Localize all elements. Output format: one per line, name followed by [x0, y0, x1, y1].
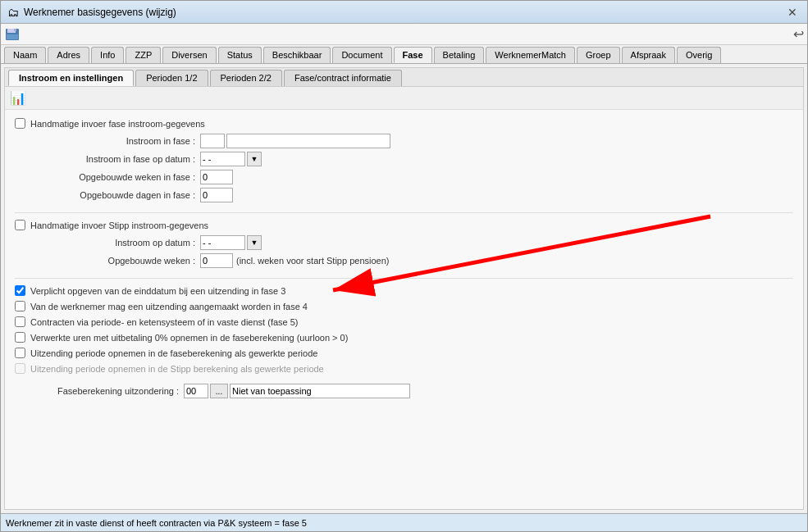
instroom-stipp-input[interactable]: [200, 235, 245, 250]
instroom-in-fase-input1[interactable]: [200, 134, 225, 148]
checkbox-verplicht-row: Verplicht opgeven van de einddatum bij e…: [15, 285, 793, 296]
instroom-fase-datum-input[interactable]: [200, 152, 245, 166]
checkbox-uurloon-label: Verwerkte uren met uitbetaling 0% opneme…: [30, 333, 348, 343]
instroom-fase-datum-field: ▼: [200, 152, 262, 166]
checkbox-fase5-row: Contracten via periode- en ketensysteem …: [15, 316, 793, 327]
svg-rect-2: [14, 29, 16, 31]
window-title: Werknemer basisgegevens (wijzig): [24, 7, 176, 18]
checkbox-stipp-label: Handmatige invoer Stipp instroom-gegeven…: [30, 221, 208, 230]
checkbox-stipp-periode-label: Uitzending periode opnemen in de Stipp b…: [30, 364, 324, 374]
panel-toolbar-icon: 📊: [10, 91, 26, 105]
checkbox-periode[interactable]: [15, 348, 25, 358]
tab-naam[interactable]: Naam: [4, 47, 46, 63]
instroom-stipp-label: Instroom op datum :: [31, 238, 195, 248]
tab-status[interactable]: Status: [218, 47, 262, 63]
opgebouwde-dagen-fase-label: Opgebouwde dagen in fase :: [31, 190, 195, 200]
instroom-in-fase-input2[interactable]: [226, 134, 390, 148]
instroom-in-fase-row: Instroom in fase :: [15, 134, 793, 148]
opgebouwde-weken-fase-label: Opgebouwde weken in fase :: [31, 172, 195, 182]
instroom-fase-datum-row: Instroom in fase op datum : ▼: [15, 152, 793, 166]
faseberekening-label: Faseberekening uitzondering :: [31, 386, 179, 396]
instroom-fase-datum-btn[interactable]: ▼: [247, 152, 262, 166]
opgebouwde-weken-fase-input[interactable]: [200, 170, 233, 184]
checkbox-periode-row: Uitzending periode opnemen in de faseber…: [15, 348, 793, 358]
fase-section: Handmatige invoer fase instroom-gegevens…: [15, 118, 793, 202]
opgebouwde-weken-stipp-label: Opgebouwde weken :: [31, 256, 195, 266]
opgebouwde-dagen-fase-input[interactable]: [200, 188, 233, 202]
sub-tabs: Instroom en instellingen Perioden 1/2 Pe…: [5, 68, 803, 87]
faseberekening-dots-button[interactable]: ...: [210, 384, 228, 398]
opgebouwde-weken-stipp-suffix: (incl. weken voor start Stipp pensioen): [236, 256, 389, 266]
opgebouwde-weken-stipp-input[interactable]: [200, 253, 233, 268]
status-text: Werknemer zit in vaste dienst of heeft c…: [6, 518, 307, 528]
checkbox-fase-row: Handmatige invoer fase instroom-gegevens: [15, 118, 793, 129]
instroom-fase-datum-label: Instroom in fase op datum :: [31, 154, 195, 164]
close-button[interactable]: ✕: [784, 4, 801, 20]
checkbox-stipp[interactable]: [15, 220, 25, 230]
tab-info[interactable]: Info: [91, 47, 124, 63]
checkbox-verplicht[interactable]: [15, 285, 25, 296]
tab-diversen[interactable]: Diversen: [162, 47, 216, 63]
tab-beschikbaar[interactable]: Beschikbaar: [263, 47, 331, 63]
faseberekening-code-input[interactable]: [184, 384, 208, 398]
checkbox-verplicht-label: Verplicht opgeven van de einddatum bij e…: [30, 286, 285, 296]
title-bar-right: ✕: [784, 4, 801, 20]
checkbox-fase5[interactable]: [15, 316, 25, 327]
tab-afspraak[interactable]: Afspraak: [622, 47, 675, 63]
tab-zzp[interactable]: ZZP: [126, 47, 161, 63]
tab-overig[interactable]: Overig: [677, 47, 721, 63]
checkbox-fase4[interactable]: [15, 301, 25, 311]
tab-groep[interactable]: Groep: [577, 47, 620, 63]
faseberekening-row: Faseberekening uitzondering : ...: [15, 384, 793, 398]
instroom-in-fase-label: Instroom in fase :: [31, 136, 195, 146]
tab-document[interactable]: Document: [332, 47, 391, 63]
checkboxes-section: Verplicht opgeven van de einddatum bij e…: [15, 285, 793, 374]
panel-content: Handmatige invoer fase instroom-gegevens…: [5, 110, 803, 509]
subtab-fasecontract[interactable]: Fase/contract informatie: [284, 70, 402, 86]
checkbox-fase4-row: Van de werknemer mag een uitzending aang…: [15, 301, 793, 311]
status-bar: Werknemer zit in vaste dienst of heeft c…: [1, 513, 807, 531]
subtab-perioden2[interactable]: Perioden 2/2: [210, 70, 282, 86]
instroom-stipp-field: ▼: [200, 235, 262, 250]
subtab-instroom[interactable]: Instroom en instellingen: [8, 70, 134, 86]
main-tabs: Naam Adres Info ZZP Diversen Status Besc…: [1, 45, 807, 64]
tab-werknemermatch[interactable]: WerknemerMatch: [486, 47, 575, 63]
opgebouwde-dagen-fase-row: Opgebouwde dagen in fase :: [15, 188, 793, 202]
toolbar: ↩: [1, 24, 807, 45]
save-toolbar-icon[interactable]: [4, 26, 21, 43]
checkbox-fase[interactable]: [15, 118, 25, 129]
checkbox-stipp-periode: [15, 363, 25, 374]
tab-fase[interactable]: Fase: [394, 47, 432, 63]
main-panel: Instroom en instellingen Perioden 1/2 Pe…: [4, 67, 804, 510]
main-window: 🗂 Werknemer basisgegevens (wijzig) ✕ ↩ N…: [0, 0, 808, 532]
checkbox-periode-label: Uitzending periode opnemen in de faseber…: [30, 348, 317, 358]
title-bar: 🗂 Werknemer basisgegevens (wijzig) ✕: [1, 1, 807, 24]
subtab-perioden1[interactable]: Perioden 1/2: [135, 70, 208, 86]
stipp-section: Handmatige invoer Stipp instroom-gegeven…: [15, 220, 793, 268]
opgebouwde-weken-stipp-row: Opgebouwde weken : (incl. weken voor sta…: [15, 253, 793, 268]
instroom-stipp-row: Instroom op datum : ▼: [15, 235, 793, 250]
checkbox-stipp-row: Handmatige invoer Stipp instroom-gegeven…: [15, 220, 793, 230]
tab-betaling[interactable]: Betaling: [434, 47, 485, 63]
faseberekening-description-input[interactable]: [230, 384, 410, 398]
checkbox-uurloon-row: Verwerkte uren met uitbetaling 0% opneme…: [15, 332, 793, 343]
title-bar-left: 🗂 Werknemer basisgegevens (wijzig): [7, 6, 176, 19]
instroom-stipp-btn[interactable]: ▼: [247, 235, 262, 250]
svg-rect-3: [7, 34, 18, 39]
undo-button[interactable]: ↩: [793, 26, 804, 42]
tab-adres[interactable]: Adres: [48, 47, 89, 63]
checkbox-stipp-periode-row: Uitzending periode opnemen in de Stipp b…: [15, 363, 793, 374]
opgebouwde-weken-fase-row: Opgebouwde weken in fase :: [15, 170, 793, 184]
checkbox-fase4-label: Van de werknemer mag een uitzending aang…: [30, 302, 308, 311]
checkbox-uurloon[interactable]: [15, 332, 25, 343]
panel-toolbar: 📊: [5, 87, 803, 110]
checkbox-fase5-label: Contracten via periode- en ketensysteem …: [30, 317, 299, 327]
app-icon: 🗂: [7, 6, 19, 19]
content-area: Instroom en instellingen Perioden 1/2 Pe…: [1, 64, 807, 513]
checkbox-fase-label: Handmatige invoer fase instroom-gegevens: [30, 119, 205, 129]
